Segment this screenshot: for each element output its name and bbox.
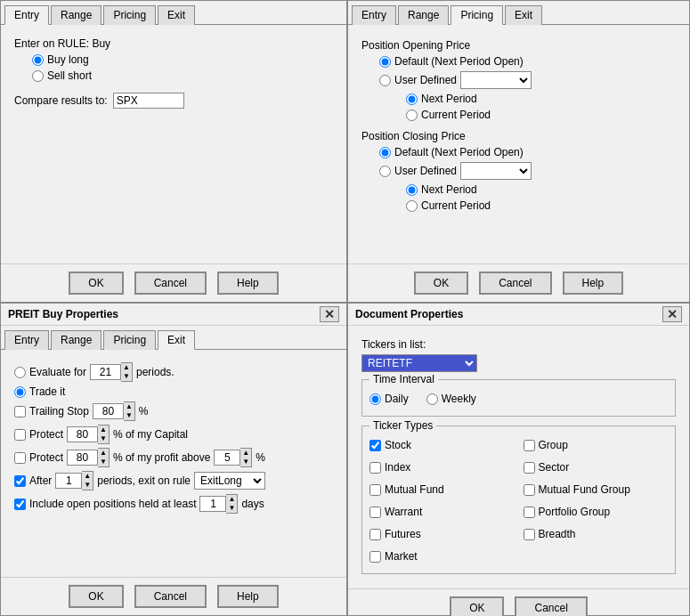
- bottom-right-content: Tickers in list: REITETF Time Interval D…: [348, 326, 689, 588]
- include-spinner-btn: ▲ ▼: [226, 494, 238, 514]
- daily-radio[interactable]: Daily: [369, 393, 409, 405]
- mutual-fund-check[interactable]: [369, 484, 381, 496]
- sell-short-radio[interactable]: Sell short: [32, 69, 333, 82]
- exit-rule-select[interactable]: ExitLong: [194, 472, 265, 490]
- pos-close-label: Position Closing Price: [361, 130, 676, 142]
- warrant-check[interactable]: [369, 507, 381, 518]
- futures-check[interactable]: [369, 529, 381, 540]
- cancel-button-bl[interactable]: Cancel: [134, 585, 207, 608]
- include-down[interactable]: ▼: [226, 504, 237, 513]
- preit-close-button[interactable]: ✕: [320, 306, 339, 322]
- trade-it-radio[interactable]: [14, 386, 26, 398]
- tab-pricing-tl[interactable]: Pricing: [103, 5, 156, 25]
- close-user-select[interactable]: [460, 162, 532, 180]
- tab-range-bl[interactable]: Range: [51, 330, 101, 350]
- cancel-button-tl[interactable]: Cancel: [134, 272, 207, 295]
- portfolio-group-check[interactable]: [524, 507, 535, 518]
- tab-range-tr[interactable]: Range: [398, 5, 449, 25]
- group-check[interactable]: [524, 440, 535, 451]
- after-spinner-btn: ▲ ▼: [82, 471, 93, 490]
- open-next-period-radio[interactable]: Next Period: [406, 93, 676, 105]
- protect2b-spinner: ▲ ▼: [214, 448, 252, 467]
- ticker-dropdown-row: REITETF: [361, 354, 676, 372]
- include-up[interactable]: ▲: [226, 495, 237, 504]
- include-input[interactable]: [199, 496, 226, 512]
- cancel-button-tr[interactable]: Cancel: [479, 272, 551, 295]
- ticker-select[interactable]: REITETF: [361, 354, 477, 372]
- tab-range-tl[interactable]: Range: [51, 5, 101, 25]
- market-check[interactable]: [369, 551, 381, 563]
- ok-button-br[interactable]: OK: [450, 596, 504, 616]
- protect2-check[interactable]: [14, 452, 26, 464]
- help-button-tl[interactable]: Help: [217, 272, 279, 295]
- tab-exit-bl[interactable]: Exit: [158, 330, 195, 350]
- bottom-left-footer: OK Cancel Help: [1, 577, 346, 615]
- after-spinner: ▲ ▼: [55, 471, 93, 490]
- protect1-check[interactable]: [14, 429, 26, 441]
- trailing-input[interactable]: [93, 403, 124, 419]
- ticker-types-grid: Stock Group Index Sector: [369, 435, 668, 566]
- time-interval-group: Time Interval Daily Weekly: [361, 379, 676, 417]
- protect2-up[interactable]: ▲: [98, 449, 109, 458]
- doc-close-button[interactable]: ✕: [662, 306, 682, 322]
- open-current-period-radio[interactable]: Current Period: [406, 109, 676, 121]
- index-check[interactable]: [369, 462, 381, 474]
- trailing-up[interactable]: ▲: [124, 402, 134, 411]
- stock-check[interactable]: [369, 440, 381, 451]
- include-check[interactable]: [14, 498, 26, 510]
- tab-entry-tr[interactable]: Entry: [352, 5, 396, 25]
- evaluate-radio[interactable]: [14, 367, 26, 378]
- help-button-bl[interactable]: Help: [217, 585, 279, 608]
- protect1-up[interactable]: ▲: [98, 426, 109, 434]
- close-next-period-radio[interactable]: Next Period: [406, 183, 676, 196]
- trailing-stop-check[interactable]: [14, 406, 26, 417]
- protect2b-input[interactable]: [214, 450, 240, 466]
- open-default-radio[interactable]: Default (Next Period Open): [379, 55, 676, 68]
- protect2b-up[interactable]: ▲: [240, 449, 251, 458]
- sector-check[interactable]: [524, 462, 535, 474]
- compare-input[interactable]: [113, 93, 184, 109]
- open-user-radio[interactable]: User Defined: [379, 71, 676, 89]
- protect2b-down[interactable]: ▼: [240, 458, 251, 466]
- breadth-check-row: Breadth: [524, 528, 669, 540]
- protect1-spinner: ▲ ▼: [67, 425, 110, 444]
- after-down[interactable]: ▼: [82, 481, 93, 490]
- mutual-fund-group-check[interactable]: [524, 484, 535, 496]
- buy-long-radio[interactable]: Buy long: [32, 53, 333, 66]
- evaluate-down[interactable]: ▼: [121, 372, 132, 381]
- protect1-down[interactable]: ▼: [98, 434, 109, 443]
- portfolio-group-check-row: Portfolio Group: [524, 506, 669, 518]
- breadth-check[interactable]: [524, 529, 535, 540]
- after-check[interactable]: [14, 475, 26, 487]
- weekly-radio[interactable]: Weekly: [426, 393, 476, 405]
- evaluate-up[interactable]: ▲: [121, 363, 132, 372]
- doc-title: Document Properties: [355, 308, 463, 320]
- tab-exit-tl[interactable]: Exit: [158, 5, 195, 25]
- cancel-button-br[interactable]: Cancel: [515, 596, 587, 616]
- open-user-select[interactable]: [460, 71, 532, 89]
- tab-exit-tr[interactable]: Exit: [505, 5, 542, 25]
- bottom-left-content: Evaluate for ▲ ▼ periods. Trade it Trai: [1, 350, 346, 577]
- protect2-row: Protect ▲ ▼ % of my profit above ▲ ▼: [14, 448, 333, 467]
- tab-pricing-bl[interactable]: Pricing: [103, 330, 156, 350]
- enter-rule-label: Enter on RULE: Buy: [14, 37, 333, 50]
- close-default-radio[interactable]: Default (Next Period Open): [379, 146, 676, 158]
- evaluate-input[interactable]: [90, 364, 121, 380]
- ok-button-tr[interactable]: OK: [414, 272, 468, 295]
- protect2b-spinner-btn: ▲ ▼: [240, 448, 252, 467]
- help-button-tr[interactable]: Help: [563, 272, 624, 295]
- after-input[interactable]: [55, 473, 82, 489]
- protect1-input[interactable]: [67, 426, 98, 442]
- ok-button-bl[interactable]: OK: [69, 585, 123, 608]
- protect2-input[interactable]: [67, 450, 98, 466]
- protect2-down[interactable]: ▼: [98, 458, 109, 466]
- protect1-spinner-btn: ▲ ▼: [98, 425, 110, 444]
- tab-entry-bl[interactable]: Entry: [4, 330, 49, 350]
- tab-entry-tl[interactable]: Entry: [4, 5, 49, 25]
- close-current-period-radio[interactable]: Current Period: [406, 199, 676, 212]
- tab-pricing-tr[interactable]: Pricing: [451, 5, 503, 25]
- close-user-radio[interactable]: User Defined: [379, 162, 676, 180]
- trailing-down[interactable]: ▼: [124, 411, 134, 420]
- after-up[interactable]: ▲: [82, 472, 93, 481]
- ok-button-tl[interactable]: OK: [69, 272, 123, 295]
